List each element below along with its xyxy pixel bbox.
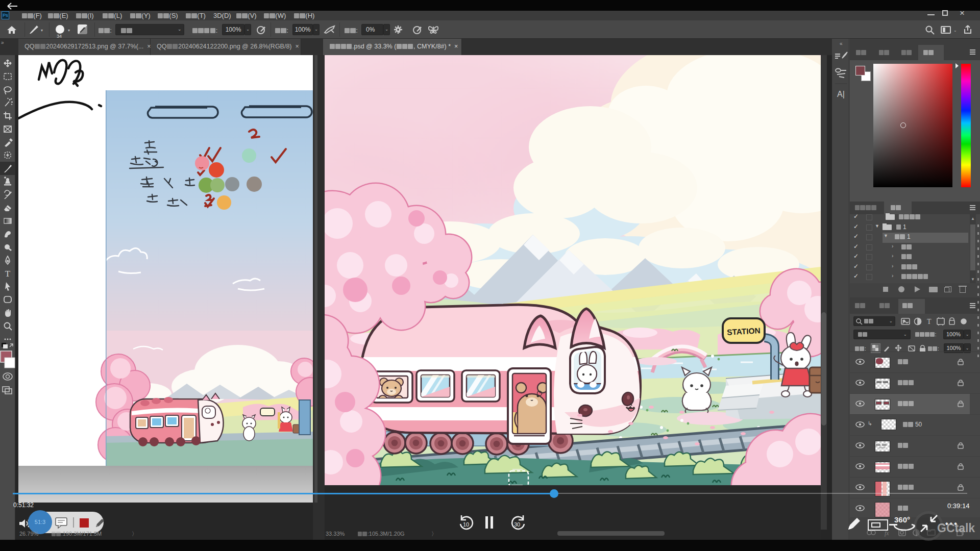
svg-text:10: 10 bbox=[463, 521, 469, 528]
svg-text:fx: fx bbox=[885, 530, 889, 537]
svg-text:STATION: STATION bbox=[727, 326, 761, 336]
svg-text:T: T bbox=[927, 318, 932, 325]
svg-text:30: 30 bbox=[514, 521, 520, 528]
svg-text:A|: A| bbox=[837, 90, 845, 98]
svg-text:T: T bbox=[5, 269, 11, 279]
